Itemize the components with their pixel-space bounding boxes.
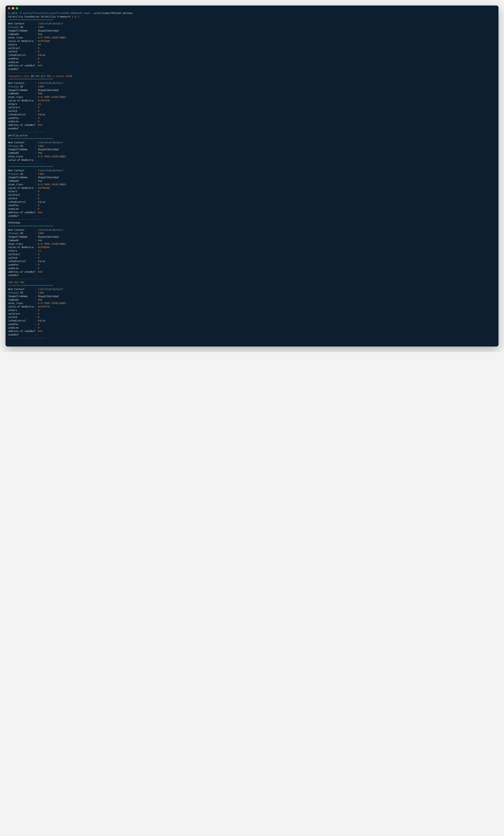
terminal-output[interactable]: ○ vol2 -f ecorpoffice/win7ecorpoffice201… (5, 11, 499, 346)
maximize-icon[interactable] (16, 7, 18, 10)
titlebar (5, 5, 499, 11)
close-icon[interactable] (8, 7, 10, 10)
terminal-window: ○ vol2 -f ecorpoffice/win7ecorpoffice201… (5, 5, 499, 346)
minimize-icon[interactable] (12, 7, 14, 10)
